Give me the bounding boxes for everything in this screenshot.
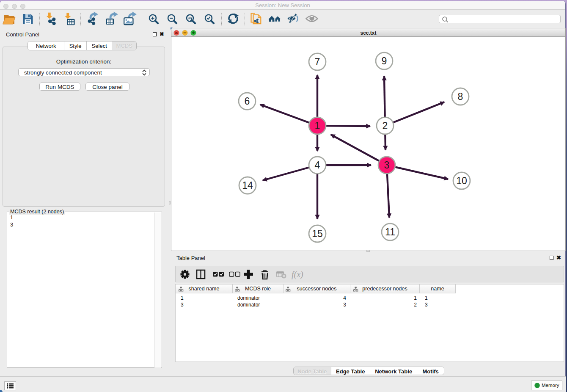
svg-text:8: 8: [458, 91, 463, 102]
svg-text:14: 14: [242, 180, 253, 191]
svg-text:10: 10: [456, 175, 467, 186]
svg-text:9: 9: [382, 55, 387, 66]
svg-text:4: 4: [315, 160, 320, 171]
svg-text:15: 15: [312, 228, 323, 239]
svg-text:11: 11: [385, 226, 395, 237]
svg-text:6: 6: [245, 96, 250, 107]
svg-text:3: 3: [384, 160, 390, 171]
svg-text:1: 1: [315, 120, 320, 131]
svg-text:f(x): f(x): [292, 270, 303, 279]
svg-text:2: 2: [383, 120, 388, 131]
svg-text:7: 7: [315, 56, 320, 67]
